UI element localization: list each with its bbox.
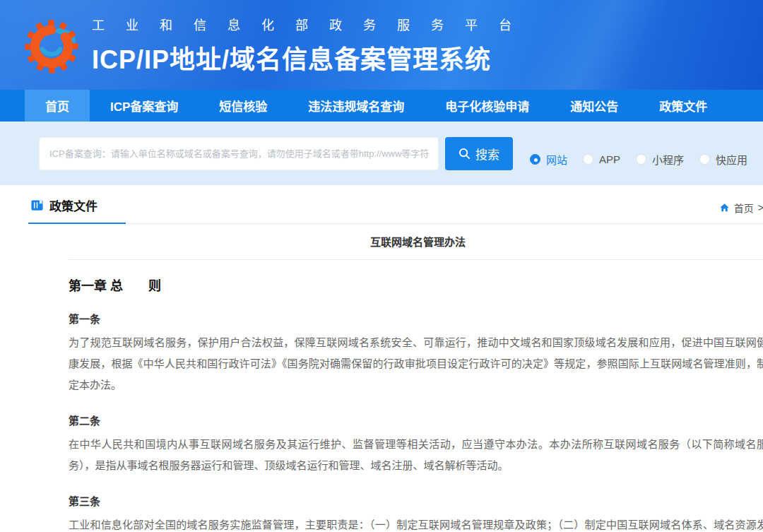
search-type-radio-group: 网站 APP 小程序 快应用 [530,152,763,167]
search-button[interactable]: 搜索 [445,137,513,170]
icp-search-input[interactable] [39,137,439,170]
law-article-body: 工业和信息化部对全国的域名服务实施监督管理，主要职责是：（一）制定互联网域名管理… [69,514,763,532]
radio-unselected-icon [583,154,593,165]
radio-unselected-icon [636,154,646,165]
radio-option-quickapp[interactable]: 快应用 [699,152,747,167]
system-title: ICP/IP地址/域名信息备案管理系统 [92,39,533,76]
nav-item-e-verify-apply[interactable]: 电子化核验申请 [425,90,550,122]
tab-policy-files[interactable]: 政策文件 [28,196,126,224]
section-head: 政策文件 首页 > 政策文件 [28,185,763,224]
law-article-heading: 第三条 [69,493,763,508]
nav-item-notices[interactable]: 通知公告 [550,90,639,122]
nav-item-home[interactable]: 首页 [25,90,90,122]
radio-option-app[interactable]: APP [583,153,620,165]
chapter-title: 第一章 总 则 [69,276,763,294]
book-icon [30,199,44,212]
law-article-heading: 第二条 [69,413,763,427]
law-article-heading: 第一条 [69,311,763,326]
site-header: 工业和信息化部政务服务平台 ICP/IP地址/域名信息备案管理系统 [0,0,763,90]
radio-option-website[interactable]: 网站 [530,152,567,167]
law-document: 互联网域名管理办法 第一章 总 则 第一条 为了规范互联网域名服务，保护用户合法… [28,224,763,532]
breadcrumb-separator: > [758,202,763,213]
law-article-3: 第三条 工业和信息化部对全国的域名服务实施监督管理，主要职责是：（一）制定互联网… [69,493,763,532]
radio-unselected-icon [699,154,710,165]
radio-option-miniprogram[interactable]: 小程序 [636,152,684,167]
law-article-body: 为了规范互联网域名服务，保护用户合法权益，保障互联网域名系统安全、可靠运行，推动… [69,332,763,396]
law-article-2: 第二条 在中华人民共和国境内从事互联网域名服务及其运行维护、监督管理等相关活动，… [69,413,763,476]
search-icon [459,148,471,160]
home-icon [719,203,730,213]
policy-content: 政策文件 首页 > 政策文件 互联网域名管理办法 第一章 总 则 第一条 为了规… [28,185,763,532]
breadcrumb: 首页 > 政策文件 [719,201,763,223]
nav-item-icp-query[interactable]: ICP备案查询 [90,90,199,122]
radio-selected-icon [530,154,540,165]
section-title: 政策文件 [49,196,97,214]
nav-item-policy-files[interactable]: 政策文件 [639,90,728,122]
main-nav: 首页 ICP备案查询 短信核验 违法违规域名查询 电子化核验申请 通知公告 政策… [0,90,763,122]
miit-logo-icon [18,11,85,79]
article-title: 互联网域名管理办法 [69,224,763,260]
search-button-label: 搜索 [475,145,499,162]
nav-item-sms-verify[interactable]: 短信核验 [199,90,288,122]
law-article-body: 在中华人民共和国境内从事互联网域名服务及其运行维护、监督管理等相关活动，应当遵守… [69,434,763,476]
search-band: 搜索 网站 APP 小程序 快应用 [0,122,763,185]
law-article-1: 第一条 为了规范互联网域名服务，保护用户合法权益，保障互联网域名系统安全、可靠运… [69,311,763,396]
platform-name: 工业和信息化部政务服务平台 [92,15,533,33]
breadcrumb-home-link[interactable]: 首页 [734,201,754,215]
nav-item-illegal-domain-query[interactable]: 违法违规域名查询 [288,90,425,122]
